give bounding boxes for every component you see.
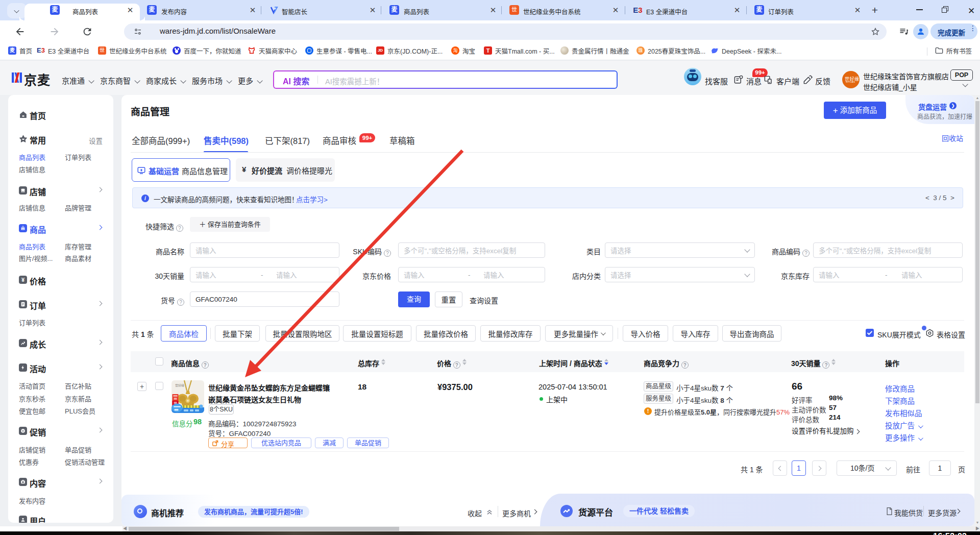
svg-text:世好缘: 世好缘 [175,383,184,387]
